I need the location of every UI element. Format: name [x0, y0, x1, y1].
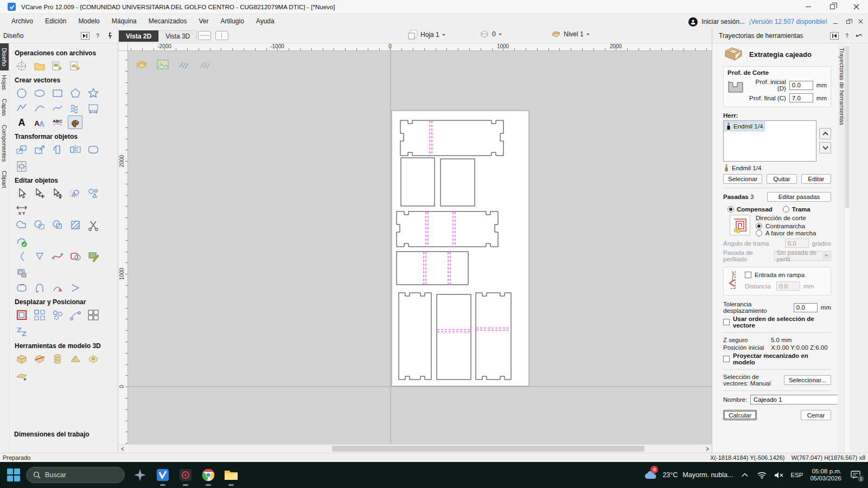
copilot-icon[interactable] [132, 467, 148, 483]
draw-curve-icon[interactable] [50, 101, 65, 114]
material-sheet[interactable] [392, 111, 529, 386]
scroll-left-icon[interactable] [118, 445, 127, 453]
canvas-svg[interactable] [128, 51, 712, 444]
project-model-checkbox[interactable] [723, 356, 730, 362]
tool-edit-button[interactable]: Editar [801, 174, 831, 184]
menu-ayuda[interactable]: Ayuda [250, 15, 280, 27]
tolerance-input[interactable] [794, 303, 818, 312]
tool-select-button[interactable]: Selecionar [723, 174, 762, 184]
tool-list[interactable]: Endmil 1/4 [723, 120, 816, 162]
scrollbar-track[interactable] [127, 445, 703, 453]
round-corners-icon[interactable] [14, 281, 29, 294]
final-depth-input[interactable] [789, 93, 813, 102]
node-edit-icon[interactable] [32, 187, 47, 200]
layer-selector[interactable]: 0 [480, 30, 502, 38]
notch-tool-icon[interactable] [32, 249, 47, 263]
rotate-object-icon[interactable] [50, 143, 65, 156]
smart-select-icon[interactable] [68, 187, 82, 200]
texture-model-icon[interactable] [68, 352, 82, 365]
help-icon[interactable]: ? [93, 32, 102, 40]
file-explorer-icon[interactable] [224, 467, 239, 483]
menu-edicion[interactable]: Edición [39, 15, 72, 27]
toolpath-preview-icon[interactable] [176, 57, 192, 72]
offset-vectors-icon[interactable] [68, 249, 82, 263]
move-selection-icon[interactable] [50, 187, 65, 200]
block-copy-icon[interactable] [86, 308, 100, 322]
pin-icon[interactable] [106, 32, 114, 40]
toolpath-ghost-icon[interactable] [197, 57, 213, 72]
menu-ver[interactable]: Ver [193, 15, 214, 27]
menu-modelo[interactable]: Modelo [72, 15, 105, 27]
menu-mecanizados[interactable]: Mecanizados [143, 15, 193, 27]
create-text-icon[interactable]: A [14, 115, 29, 129]
draw-ellipse-icon[interactable] [32, 86, 47, 100]
open-file-icon[interactable] [32, 59, 47, 73]
close-button[interactable] [844, 0, 868, 14]
tool-list-item[interactable]: Endmil 1/4 [725, 122, 764, 131]
tool-remove-button[interactable]: Quitar [767, 174, 796, 184]
ramp-checkbox[interactable] [745, 272, 751, 278]
trace-bitmap-icon[interactable] [86, 249, 100, 263]
vector-pair-icon[interactable] [86, 187, 100, 200]
taskbar-search[interactable] [26, 467, 125, 483]
drawing-canvas[interactable] [128, 51, 712, 444]
fillet-tool-icon[interactable] [14, 249, 29, 263]
doc-close-button[interactable] [856, 19, 865, 25]
vector-order-checkbox[interactable] [723, 319, 730, 325]
align-objects-icon[interactable] [14, 159, 29, 173]
hatch-fill-icon[interactable] [68, 218, 82, 232]
menu-maquina[interactable]: Máquina [106, 15, 143, 27]
version-available-link[interactable]: ¡Versión 12.507 disponible! [749, 18, 827, 25]
import-vectors-icon[interactable] [50, 59, 65, 73]
collapse-toolpaths-icon[interactable] [830, 32, 839, 40]
raster-radio[interactable] [783, 206, 789, 213]
doc-restore-button[interactable] [844, 19, 852, 25]
distort-object-icon[interactable] [86, 143, 100, 156]
open-vector-icon[interactable] [32, 281, 47, 294]
weld-vectors-icon[interactable] [14, 218, 29, 232]
minimize-button[interactable] [796, 0, 820, 14]
text-block-icon[interactable]: AA [32, 115, 47, 129]
horizontal-scrollbar[interactable] [118, 444, 712, 453]
vector-selection-button[interactable]: Seleccionar... [784, 375, 831, 385]
close-dialog-button[interactable]: Cerrar [801, 410, 831, 420]
tab-componentes[interactable]: Componentes [0, 120, 9, 166]
text-on-curve-icon[interactable]: ABC [50, 115, 65, 129]
vector-validator-icon[interactable] [14, 235, 29, 248]
split-vertical-button[interactable] [215, 31, 228, 40]
tool-down-button[interactable] [819, 142, 831, 153]
join-vectors-icon[interactable] [50, 281, 65, 294]
weather-widget[interactable]: 8 23°CMayorm. nubla... [644, 470, 733, 480]
start-depth-input[interactable] [789, 81, 813, 90]
export-vectors-icon[interactable] [68, 59, 82, 73]
sheet-selector[interactable]: Hoja 1 [408, 30, 445, 40]
intersect-vectors-icon[interactable] [50, 218, 65, 232]
model-cube-icon[interactable] [14, 352, 29, 365]
measure-icon[interactable]: X Y [14, 203, 29, 217]
tool-up-button[interactable] [819, 128, 831, 139]
scroll-right-icon[interactable] [703, 445, 712, 453]
material-setup-icon[interactable] [133, 57, 150, 72]
calculate-button[interactable]: Calcular [723, 410, 757, 420]
sign-in-link[interactable]: Iniciar sesión... [701, 18, 745, 25]
draw-polyline-icon[interactable] [14, 101, 29, 114]
tab-vista-3d[interactable]: Vista 3D [158, 30, 197, 42]
climb-radio[interactable] [756, 223, 762, 229]
restore-button[interactable] [820, 0, 844, 14]
wifi-icon[interactable] [757, 471, 767, 479]
circular-copy-icon[interactable] [50, 308, 65, 322]
chrome-icon[interactable] [201, 467, 216, 483]
right-panel-scrollbar[interactable] [844, 43, 850, 453]
background-image-icon[interactable] [155, 57, 171, 72]
user-avatar-icon[interactable] [688, 17, 698, 27]
mirror-object-icon[interactable] [68, 143, 82, 156]
draw-arc-icon[interactable] [32, 101, 47, 114]
offset-radio[interactable] [727, 206, 734, 213]
split-horizontal-button[interactable] [198, 31, 211, 40]
start-button[interactable] [5, 467, 22, 483]
set-position-icon[interactable] [14, 308, 29, 322]
crop-bitmap-icon[interactable] [14, 266, 29, 280]
doc-minimize-button[interactable] [831, 19, 840, 25]
level-selector[interactable]: Nivel 1 [551, 30, 590, 38]
language-indicator[interactable]: ESP [790, 472, 803, 478]
